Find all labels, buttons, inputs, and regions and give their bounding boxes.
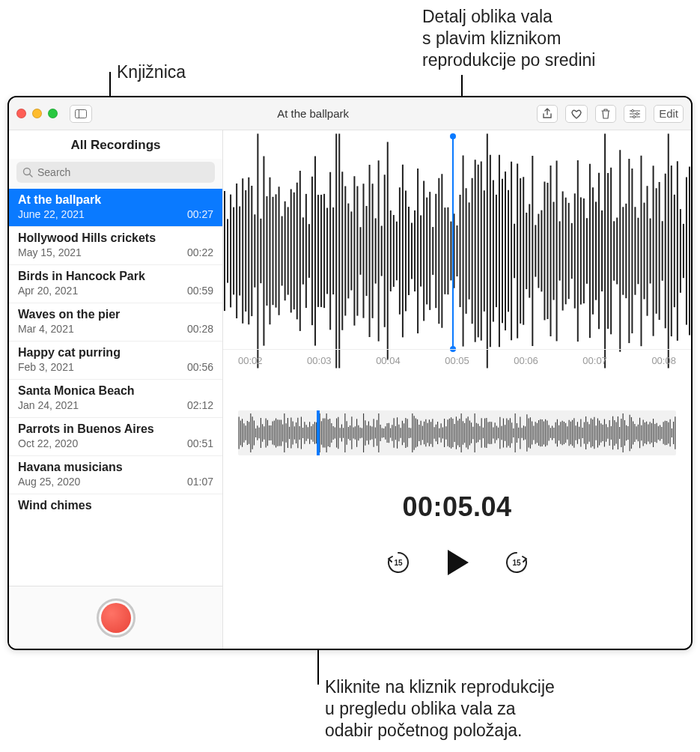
- trash-icon: [600, 108, 611, 120]
- sidebar-header: All Recordings: [9, 130, 222, 159]
- svg-rect-0: [76, 109, 87, 118]
- timeline-tick: 00:08: [651, 355, 676, 366]
- callout-waveform: Detalj oblika vala s plavim kliznikom re…: [422, 6, 595, 70]
- svg-text:15: 15: [512, 559, 521, 567]
- timeline-tick: 00:03: [307, 355, 332, 366]
- delete-button[interactable]: [595, 105, 616, 123]
- recording-title: Wind chimes: [18, 499, 213, 512]
- heart-icon: [570, 109, 582, 119]
- timeline-tick: 00:06: [514, 355, 538, 366]
- search-icon: [22, 167, 33, 178]
- recording-row[interactable]: Birds in Hancock ParkApr 20, 202100:59: [9, 264, 222, 303]
- recording-date: Mar 4, 2021: [18, 323, 74, 335]
- recording-title: Santa Monica Beach: [18, 384, 213, 398]
- timeline-tick: 00:04: [376, 355, 401, 366]
- recording-title: Happy cat purring: [18, 346, 213, 360]
- window-title: At the ballpark: [92, 107, 534, 120]
- minimize-window-button[interactable]: [32, 109, 42, 118]
- waveform-overview[interactable]: 00:00 00:27: [238, 410, 676, 455]
- recording-duration: 00:59: [187, 285, 213, 297]
- recording-duration: 00:27: [187, 208, 213, 220]
- recording-duration: 00:28: [187, 323, 213, 335]
- share-button[interactable]: [537, 105, 558, 123]
- edit-button[interactable]: Edit: [654, 105, 684, 123]
- recording-title: Birds in Hancock Park: [18, 270, 213, 283]
- recording-row[interactable]: Hollywood Hills cricketsMay 15, 202100:2…: [9, 226, 222, 264]
- zoom-window-button[interactable]: [48, 109, 58, 118]
- recording-list: At the ballparkJune 22, 202100:27Hollywo…: [9, 189, 222, 586]
- svg-point-3: [632, 109, 634, 112]
- waveform-detail-svg: [223, 130, 691, 372]
- recording-title: Hollywood Hills crickets: [18, 231, 213, 245]
- waveform-overview-svg: [238, 410, 676, 455]
- skip-forward-button[interactable]: 15: [503, 549, 530, 576]
- timeline: 00:0200:0300:0400:0500:0600:0700:08: [223, 349, 691, 372]
- time-display: 00:05.04: [223, 491, 691, 523]
- recording-meta: June 22, 202100:27: [18, 208, 213, 220]
- timeline-tick: 00:02: [238, 355, 263, 366]
- recording-row[interactable]: Happy cat purringFeb 3, 202100:56: [9, 341, 222, 379]
- recording-date: Apr 20, 2021: [18, 285, 78, 297]
- play-button[interactable]: [445, 548, 470, 577]
- svg-point-7: [633, 115, 636, 118]
- skip-forward-icon: 15: [504, 550, 529, 575]
- skip-back-button[interactable]: 15: [385, 549, 412, 576]
- recording-row[interactable]: Havana musiciansAug 25, 202001:07: [9, 455, 222, 494]
- timeline-tick: 00:05: [445, 355, 469, 366]
- recording-date: May 15, 2021: [18, 246, 82, 258]
- recording-date: Oct 22, 2020: [18, 437, 78, 449]
- recording-date: Jan 24, 2021: [18, 399, 79, 411]
- favorite-button[interactable]: [565, 105, 588, 123]
- recording-row[interactable]: Santa Monica BeachJan 24, 202102:12: [9, 379, 222, 417]
- recording-row[interactable]: At the ballparkJune 22, 202100:27: [9, 189, 222, 226]
- toggle-sidebar-button[interactable]: [70, 105, 92, 123]
- svg-text:15: 15: [394, 559, 403, 567]
- playback-controls: 15 15: [223, 548, 691, 577]
- recording-meta: Mar 4, 202100:28: [18, 323, 213, 335]
- recording-date: June 22, 2021: [18, 208, 85, 220]
- search-input[interactable]: [37, 166, 209, 178]
- timeline-tick: 00:07: [582, 355, 607, 366]
- callout-library: Knjižnica: [117, 61, 186, 83]
- recording-row[interactable]: Waves on the pierMar 4, 202100:28: [9, 303, 222, 341]
- skip-back-icon: 15: [386, 550, 411, 575]
- recording-date: Feb 3, 2021: [18, 361, 74, 373]
- recording-title: At the ballpark: [18, 193, 213, 207]
- recording-date: Aug 25, 2020: [18, 476, 80, 488]
- recording-meta: Aug 25, 202001:07: [18, 476, 213, 488]
- recording-title: Waves on the pier: [18, 308, 213, 321]
- close-window-button[interactable]: [16, 109, 26, 118]
- playhead-overview[interactable]: [317, 410, 320, 455]
- sidebar: All Recordings At the ballparkJune 22, 2…: [9, 130, 223, 649]
- recording-meta: May 15, 202100:22: [18, 246, 213, 258]
- recording-meta: Jan 24, 202102:12: [18, 399, 213, 411]
- sliders-icon: [629, 109, 641, 119]
- sidebar-icon: [75, 109, 87, 118]
- app-window: At the ballpark: [7, 96, 693, 650]
- record-button[interactable]: [97, 598, 136, 637]
- content-pane: 00:0200:0300:0400:0500:0600:0700:08 00:0…: [223, 130, 691, 649]
- recording-meta: Apr 20, 202100:59: [18, 285, 213, 297]
- search-field[interactable]: [16, 162, 215, 183]
- options-button[interactable]: [624, 105, 646, 123]
- recording-duration: 02:12: [187, 399, 213, 411]
- window-controls: [16, 109, 58, 118]
- recording-duration: 00:51: [187, 437, 213, 449]
- svg-point-5: [636, 112, 639, 115]
- titlebar: At the ballpark: [9, 97, 691, 130]
- recording-meta: Feb 3, 202100:56: [18, 361, 213, 373]
- waveform-detail[interactable]: 00:0200:0300:0400:0500:0600:0700:08: [223, 130, 691, 372]
- recording-meta: Oct 22, 202000:51: [18, 437, 213, 449]
- recording-duration: 00:22: [187, 246, 213, 258]
- recording-duration: 01:07: [187, 476, 213, 488]
- recording-title: Parrots in Buenos Aires: [18, 422, 213, 436]
- callout-overview: Kliknite na kliznik reprodukcije u pregl…: [325, 676, 555, 741]
- recording-row[interactable]: Parrots in Buenos AiresOct 22, 202000:51: [9, 417, 222, 455]
- recording-title: Havana musicians: [18, 461, 213, 474]
- recording-duration: 00:56: [187, 361, 213, 373]
- playhead-detail[interactable]: [452, 136, 454, 349]
- play-icon: [445, 548, 470, 577]
- svg-line-9: [30, 175, 33, 178]
- share-icon: [542, 108, 553, 120]
- recording-row[interactable]: Wind chimes: [9, 494, 222, 518]
